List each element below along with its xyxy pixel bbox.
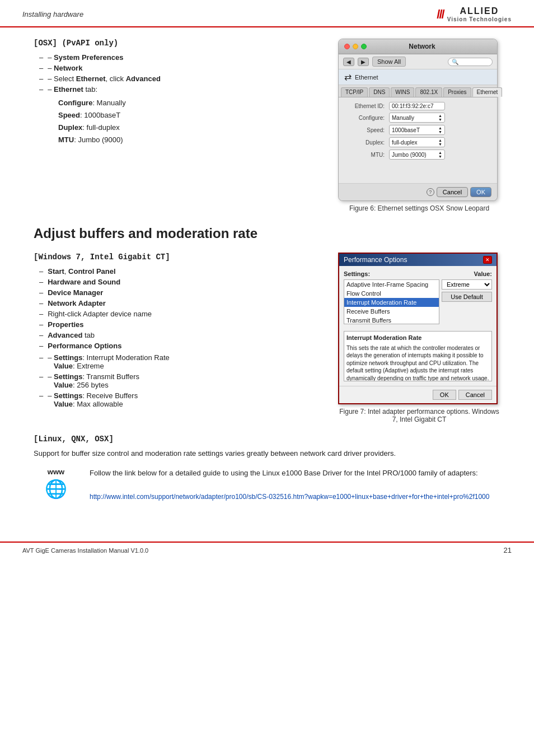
settings-value-row: Adaptive Inter-Frame Spacing Flow Contro… (344, 279, 492, 328)
osx-sub-settings: Configure: Manually Speed: 1000baseT Dup… (58, 97, 321, 146)
duplex-form-row: Duplex: full-duplex▲▼ (344, 137, 491, 147)
cancel-button[interactable]: Cancel (437, 187, 468, 197)
list-item: – Network (39, 64, 321, 72)
perf-close-button[interactable]: ✕ (483, 256, 492, 264)
mtu-form-row: MTU: Jumbo (9000)▲▼ (344, 150, 491, 160)
back-button[interactable]: ◀ (343, 58, 354, 66)
footer-manual: AVT GigE Cameras Installation Manual V1.… (22, 547, 148, 554)
logo-vision: Vision Technologies (447, 16, 512, 23)
search-input[interactable]: 🔍 (448, 58, 493, 66)
list-item: Network Adapter (39, 299, 327, 307)
description-box: Interrupt Moderation Rate This sets the … (344, 331, 492, 381)
tab-proxies[interactable]: Proxies (443, 87, 471, 97)
list-item-interrupt[interactable]: Interrupt Moderation Rate (344, 298, 439, 307)
list-item: – Settings: Interrupt Moderation Rate Va… (39, 353, 327, 370)
ethernet-icon: ⇄ (344, 72, 352, 82)
main-heading: Adjust buffers and moderation rate (34, 226, 500, 241)
www-link[interactable]: http://www.intel.com/support/network/ada… (90, 493, 489, 501)
list-item-transmit[interactable]: Transmit Buffers (344, 316, 439, 324)
logo-text: ALLIED Vision Technologies (447, 6, 512, 23)
linux-section: [Linux, QNX, OSX] Support for buffer siz… (34, 435, 500, 502)
duplex-value[interactable]: full-duplex▲▼ (389, 137, 445, 147)
tabs-row: TCP/IP DNS WINS 802.1X Proxies Ethernet (339, 85, 497, 97)
list-item: – System Preferences (39, 53, 321, 62)
value-col-label: Value: (474, 270, 492, 277)
ethernet-id-row: Ethernet ID: 00:1f:f3:92:2e:c7 (344, 102, 491, 110)
list-item-flow[interactable]: Flow Control (344, 289, 439, 298)
www-label: www (48, 468, 64, 476)
mtu-row: MTU: Jumbo (9000) (58, 134, 321, 146)
www-row: www 🌐 Follow the link below for a detail… (34, 468, 500, 502)
dialog-titlebar: Network (339, 39, 497, 54)
tab-tcpip[interactable]: TCP/IP (341, 87, 368, 97)
help-button[interactable]: ? (427, 188, 434, 196)
list-item-adaptive[interactable]: Adaptive Inter-Frame Spacing (344, 280, 439, 289)
logo-allied: ALLIED (447, 6, 512, 16)
main-content: [OSX] (PvAPI only) – System Preferences … (0, 27, 534, 519)
desc-title: Interrupt Moderation Rate (346, 334, 489, 342)
forward-button[interactable]: ▶ (358, 58, 369, 66)
tab-wins[interactable]: WINS (391, 87, 414, 97)
perf-footer: OK Cancel (339, 386, 496, 403)
list-item: Start, Control Panel (39, 267, 327, 276)
duplex-row: Duplex: full-duplex (58, 122, 321, 134)
osx-bullet-list: – System Preferences – Network – Select … (39, 53, 321, 94)
speed-label: Speed: (344, 127, 389, 133)
tab-dns[interactable]: DNS (369, 87, 390, 97)
desc-text: This sets the rate at which the controll… (346, 344, 489, 382)
ok-button[interactable]: OK (470, 187, 491, 197)
settings-col-label: Settings: (344, 270, 370, 277)
win7-section: [Windows 7, Intel Gigabit CT] Start, Con… (34, 253, 500, 423)
speed-row: Speed: 1000baseT (58, 109, 321, 122)
footer-page: 21 (504, 546, 512, 554)
speed-form-row: Speed: 1000baseT▲▼ (344, 125, 491, 135)
globe-icon: 🌐 (45, 478, 67, 500)
sidebar-ethernet[interactable]: ⇄ Ethernet (339, 69, 497, 85)
osx-section: [OSX] (PvAPI only) – System Preferences … (34, 39, 500, 212)
ethernet-id-value: 00:1f:f3:92:2e:c7 (389, 102, 445, 110)
performance-options-dialog: Performance Options ✕ Settings: Value: A… (338, 253, 498, 404)
www-desc: Follow the link below for a detailed gui… (90, 468, 500, 479)
www-left: www 🌐 (34, 468, 78, 500)
logo-area: /// ALLIED Vision Technologies (437, 6, 512, 23)
ethernet-label: Ethernet (355, 74, 378, 81)
list-item: Hardware and Sound (39, 278, 327, 286)
settings-header: Settings: Value: (344, 270, 492, 277)
perf-title: Performance Options (344, 256, 407, 264)
show-all-button[interactable]: Show All (372, 57, 406, 67)
duplex-label: Duplex: (344, 139, 389, 146)
close-button-icon[interactable] (344, 44, 350, 49)
mtu-value[interactable]: Jumbo (9000)▲▼ (389, 150, 445, 160)
dialog-title: Network (353, 43, 491, 50)
list-item: Right-click Adapter device name (39, 310, 327, 318)
configure-value[interactable]: Manually▲▼ (389, 113, 445, 123)
ok-button[interactable]: OK (433, 390, 456, 400)
value-area: Extreme Adaptive Off Low Medium High Use… (442, 279, 492, 328)
value-select[interactable]: Extreme Adaptive Off Low Medium High (442, 279, 492, 290)
perf-body: Settings: Value: Adaptive Inter-Frame Sp… (339, 266, 496, 386)
win7-bullet-list: Start, Control Panel Hardware and Sound … (39, 267, 327, 350)
dialog-body: Ethernet ID: 00:1f:f3:92:2e:c7 Configure… (339, 97, 497, 183)
perf-titlebar: Performance Options ✕ (339, 254, 496, 266)
settings-list: Adaptive Inter-Frame Spacing Flow Contro… (344, 279, 439, 324)
win7-heading: [Windows 7, Intel Gigabit CT] (34, 253, 327, 262)
network-dialog: Network ◀ ▶ Show All 🔍 ⇄ Ethernet TCP/IP… (338, 39, 498, 201)
figure-6-caption: Figure 6: Ethernet settings OSX Snow Leo… (338, 204, 500, 212)
list-item: Properties (39, 320, 327, 329)
dialog-toolbar: ◀ ▶ Show All 🔍 (339, 54, 497, 69)
osx-figure: Network ◀ ▶ Show All 🔍 ⇄ Ethernet TCP/IP… (338, 39, 500, 212)
ethernet-id-label: Ethernet ID: (344, 103, 389, 109)
configure-form-row: Configure: Manually▲▼ (344, 113, 491, 123)
figure-7-caption: Figure 7: Intel adapter performance opti… (338, 408, 500, 423)
list-item-receive[interactable]: Receive Buffers (344, 307, 439, 316)
use-default-button[interactable]: Use Default (442, 292, 492, 302)
tab-ethernet[interactable]: Ethernet (472, 87, 503, 97)
tab-8021x[interactable]: 802.1X (415, 87, 442, 97)
dialog-footer: ? Cancel OK (339, 183, 497, 200)
configure-row: Configure: Manually (58, 97, 321, 109)
cancel-button[interactable]: Cancel (458, 390, 492, 400)
www-right: Follow the link below for a detailed gui… (90, 468, 500, 502)
speed-value[interactable]: 1000baseT▲▼ (389, 125, 445, 135)
page-header: Installing hardware /// ALLIED Vision Te… (0, 0, 534, 27)
page-footer: AVT GigE Cameras Installation Manual V1.… (0, 542, 534, 558)
